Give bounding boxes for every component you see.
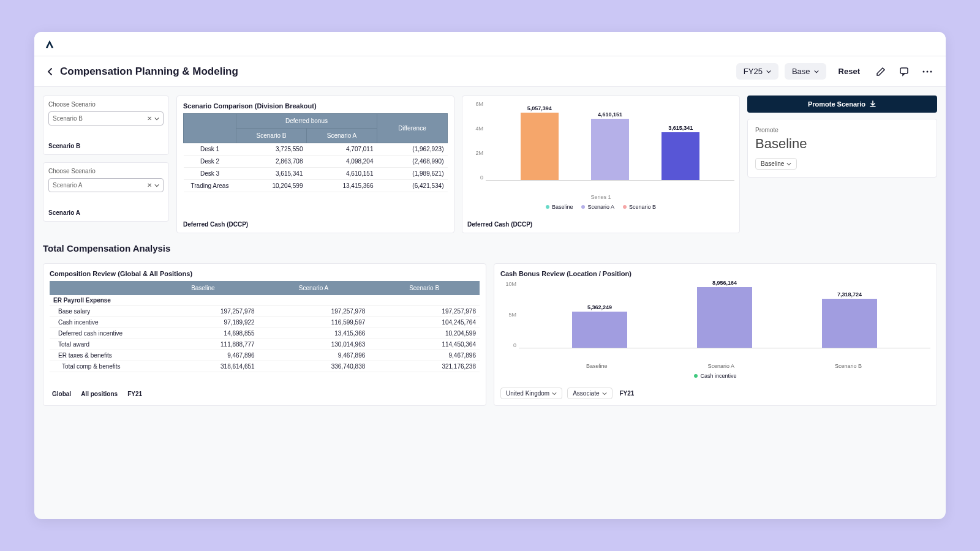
svg-rect-0 xyxy=(900,68,908,73)
filter-chip[interactable]: United Kingdom xyxy=(500,388,562,399)
filter-chip[interactable]: Global xyxy=(50,389,74,399)
header-row: Compensation Planning & Modeling FY25 Ba… xyxy=(34,56,946,87)
promote-card-label: Promote xyxy=(755,127,929,133)
picker-label: Choose Scenario xyxy=(48,168,164,174)
app-logo-icon xyxy=(44,39,55,50)
svg-point-3 xyxy=(930,70,932,72)
promote-card: Promote Baseline Baseline xyxy=(747,119,937,178)
comparison-table-card: Scenario Comparison (Division Breakout) … xyxy=(176,96,454,233)
chat-icon xyxy=(899,67,909,77)
chart-legend: Cash incentive xyxy=(500,373,930,379)
svg-point-2 xyxy=(927,70,929,72)
reset-button[interactable]: Reset xyxy=(832,63,866,80)
scenario-select-b[interactable]: Scenario B ✕ xyxy=(48,111,164,126)
card-footer: Deferred Cash (DCCP) xyxy=(467,210,734,228)
table-row: Desk 22,863,7084,098,204(2,468,990) xyxy=(184,156,448,168)
pencil-icon xyxy=(876,67,886,77)
baseline-chip[interactable]: Baseline xyxy=(755,158,797,170)
more-menu-button[interactable] xyxy=(919,63,936,80)
topbar xyxy=(34,32,946,56)
promote-button-label: Promote Scenario xyxy=(808,100,865,108)
svg-point-1 xyxy=(923,70,925,72)
scenario-footer-b: Scenario B xyxy=(48,126,164,149)
chart-bars: 5,057,3944,610,1513,615,341 xyxy=(486,101,734,180)
chip-label: Baseline xyxy=(761,160,784,167)
table-row: Trading Areas10,204,59913,415,366(6,421,… xyxy=(184,180,448,192)
table-row: Desk 13,725,5504,707,011(1,962,923) xyxy=(184,143,448,156)
scenario-picker-a: Choose Scenario Scenario A ✕ Scenario A xyxy=(43,162,169,222)
table-row: Total comp & benefits318,614,651336,740,… xyxy=(50,361,480,372)
fy-selector[interactable]: FY25 xyxy=(736,63,778,80)
filter-chip[interactable]: All positions xyxy=(78,389,120,399)
chart-legend: BaselineScenario AScenario B xyxy=(467,204,734,210)
col-a: Scenario A xyxy=(307,129,377,143)
legend-dot xyxy=(694,374,698,378)
scenario-picker-b: Choose Scenario Scenario B ✕ Scenario B xyxy=(43,96,169,155)
comment-button[interactable] xyxy=(895,63,913,80)
card-title: Scenario Comparison (Division Breakout) xyxy=(183,102,448,110)
select-value: Scenario B xyxy=(53,115,83,122)
chart-bars: 5,362,2498,956,1647,318,724 xyxy=(519,281,930,348)
col-diff: Difference xyxy=(377,114,448,143)
picker-label: Choose Scenario xyxy=(48,101,164,108)
chevron-down-icon xyxy=(786,162,791,167)
table-row: Deferred cash incentive14,698,85513,415,… xyxy=(50,328,480,339)
chevron-down-icon xyxy=(766,69,771,74)
back-button[interactable] xyxy=(44,66,56,78)
scenario-select-a[interactable]: Scenario A ✕ xyxy=(48,178,164,192)
chevron-down-icon xyxy=(154,183,159,188)
filter-chip[interactable]: FY21 xyxy=(125,389,145,399)
section-heading: Total Compensation Analysis xyxy=(43,243,937,253)
download-icon xyxy=(869,100,876,108)
filter-chip[interactable]: FY21 xyxy=(617,388,637,399)
version-selector[interactable]: Base xyxy=(785,63,826,80)
cash-bonus-card: Cash Bonus Review (Location / Position) … xyxy=(494,263,937,406)
table-row: Desk 33,615,3414,610,151(1,989,621) xyxy=(184,168,448,180)
version-selector-label: Base xyxy=(792,67,810,76)
x-axis-labels: BaselineScenario AScenario B xyxy=(500,363,930,369)
select-value: Scenario A xyxy=(53,182,82,189)
clear-icon[interactable]: ✕ xyxy=(147,182,152,189)
scenario-footer-a: Scenario A xyxy=(48,192,164,216)
page-title: Compensation Planning & Modeling xyxy=(60,66,238,78)
chevron-down-icon xyxy=(814,69,819,74)
card-title: Cash Bonus Review (Location / Position) xyxy=(500,270,930,277)
series-label: Series 1 xyxy=(467,194,734,200)
composition-review-card: Composition Review (Global & All Positio… xyxy=(43,263,486,406)
filter-row: GlobalAll positionsFY21 xyxy=(50,380,480,399)
col-group: Deferred bonus xyxy=(236,114,377,129)
promote-card-value: Baseline xyxy=(755,136,929,152)
fy-selector-label: FY25 xyxy=(744,67,763,76)
col-b: Scenario B xyxy=(236,129,307,143)
legend-label: Cash incentive xyxy=(700,373,736,379)
card-title: Composition Review (Global & All Positio… xyxy=(50,270,480,277)
filter-row: United KingdomAssociateFY21 xyxy=(500,379,930,399)
table-row: Cash incentive97,189,922116,599,597104,2… xyxy=(50,317,480,328)
clear-icon[interactable]: ✕ xyxy=(147,115,152,122)
table-row: ER taxes & benefits9,467,8969,467,8969,4… xyxy=(50,350,480,361)
card-footer: Deferred Cash (DCCP) xyxy=(183,210,448,228)
chevron-down-icon xyxy=(154,116,159,121)
y-axis: 10M5M0 xyxy=(500,281,519,348)
dots-icon xyxy=(922,70,932,73)
deferred-cash-chart-card: 6M4M2M0 5,057,3944,610,1513,615,341 Seri… xyxy=(462,96,740,233)
table-row: Total award111,888,777130,014,963114,450… xyxy=(50,339,480,350)
composition-table: BaselineScenario AScenario B ER Payroll … xyxy=(50,281,480,372)
y-axis: 6M4M2M0 xyxy=(467,101,486,181)
table-row: Base salary197,257,978197,257,978197,257… xyxy=(50,306,480,317)
edit-button[interactable] xyxy=(872,63,889,80)
filter-chip[interactable]: Associate xyxy=(567,388,612,399)
comparison-table: Deferred bonus Difference Scenario B Sce… xyxy=(183,113,448,192)
promote-scenario-button[interactable]: Promote Scenario xyxy=(747,96,937,113)
